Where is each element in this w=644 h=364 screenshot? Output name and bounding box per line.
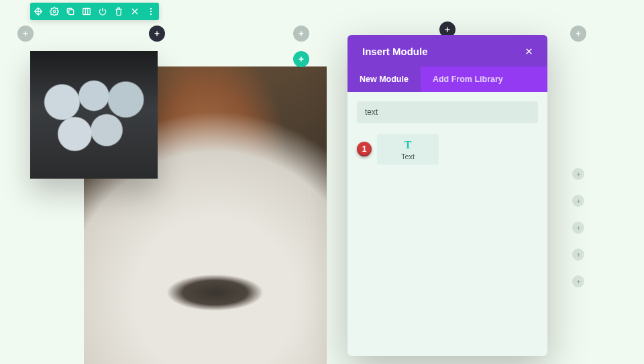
gear-icon[interactable] [49, 6, 60, 17]
add-button[interactable] [149, 26, 165, 42]
tab-new-module[interactable]: New Module [347, 66, 421, 92]
add-module-button[interactable] [293, 51, 309, 67]
columns-icon[interactable] [81, 6, 92, 17]
add-button[interactable] [293, 26, 309, 42]
module-label: Text [380, 152, 436, 161]
duplicate-icon[interactable] [65, 6, 76, 17]
close-icon[interactable] [523, 46, 534, 57]
add-button[interactable] [17, 26, 34, 42]
add-small-button[interactable] [572, 222, 584, 234]
trash-icon[interactable] [113, 6, 124, 17]
callout-badge: 1 [357, 142, 372, 156]
modal-body: 1 T Text [347, 92, 547, 356]
text-icon: T [380, 139, 436, 151]
modal-title: Insert Module [362, 46, 428, 57]
add-small-button[interactable] [572, 275, 584, 287]
svg-point-4 [150, 11, 152, 12]
svg-rect-2 [83, 8, 91, 14]
section-toolbar [30, 3, 159, 20]
search-input[interactable] [357, 101, 538, 123]
modal-header: Insert Module [347, 35, 547, 66]
svg-point-0 [53, 10, 56, 13]
svg-point-5 [150, 13, 152, 15]
close-icon[interactable] [129, 6, 140, 17]
more-icon[interactable] [146, 6, 156, 17]
modal-tabs: New Module Add From Library [347, 66, 547, 92]
svg-point-3 [150, 8, 152, 9]
tab-add-from-library[interactable]: Add From Library [421, 66, 515, 92]
insert-module-modal: Insert Module New Module Add From Librar… [347, 35, 547, 356]
move-icon[interactable] [33, 6, 44, 17]
add-small-button[interactable] [572, 248, 584, 261]
add-button[interactable] [570, 26, 586, 42]
add-small-button[interactable] [572, 168, 584, 180]
svg-rect-1 [69, 10, 74, 15]
power-icon[interactable] [97, 6, 108, 17]
result-row: 1 T Text [357, 134, 538, 165]
image-cups [30, 51, 158, 179]
add-small-button[interactable] [572, 195, 584, 207]
module-card-text[interactable]: T Text [377, 134, 439, 165]
